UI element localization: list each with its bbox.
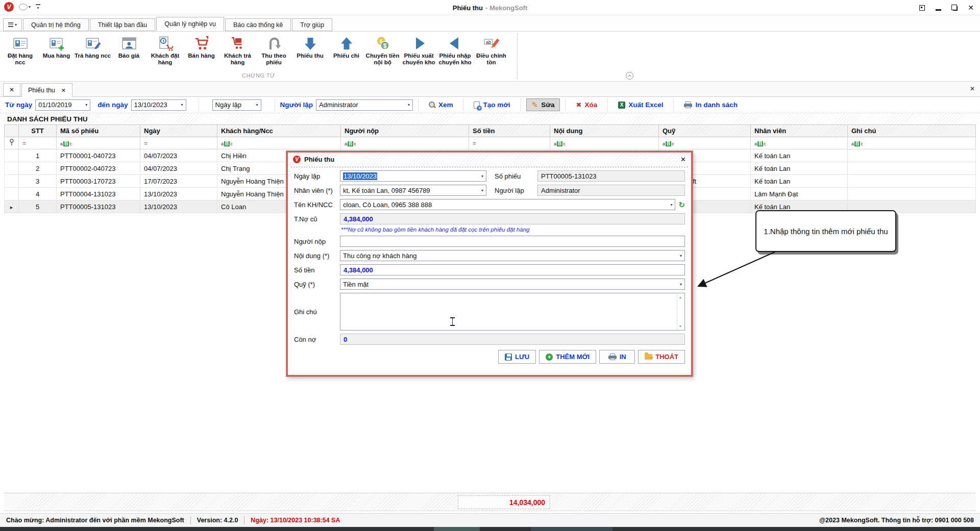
col-ghi-chu[interactable]: Ghi chú (848, 125, 976, 137)
add-new-button[interactable]: + THÊM MỚI (539, 350, 596, 364)
tabstrip-close-all-button[interactable]: ✕ (3, 83, 20, 96)
ghi-chu-label: Ghi chú (294, 308, 340, 316)
print-button-label: IN (620, 353, 626, 361)
tool-ban-hang[interactable]: Bán hàng (183, 34, 219, 59)
col-khach-hang[interactable]: Khách hàng/Ncc (217, 125, 341, 137)
excel-icon: X (618, 102, 625, 109)
exit-button[interactable]: → THOÁT (638, 350, 685, 364)
tool-khach-tra-hang[interactable]: Khách trả hàng (219, 34, 256, 66)
restore-button[interactable] (950, 4, 959, 12)
tool-bao-gia[interactable]: Báo giá (111, 34, 147, 59)
col-nguoi-nop[interactable]: Người nộp (341, 125, 469, 137)
scroll-down-icon: ▼ (679, 324, 682, 328)
edit-button[interactable]: ✎ Sửa (526, 98, 560, 111)
callout-text: 1.Nhập thông tin thêm mới phiếu thu (764, 227, 888, 236)
textarea-scrollbar[interactable]: ▲ ▼ (677, 294, 683, 329)
window-title-app: Phiếu thu (453, 4, 483, 12)
tool-mua-hang[interactable]: Mua hàng (38, 34, 75, 59)
tool-thu-theo-phieu[interactable]: Thu theo phiếu (256, 34, 292, 66)
tool-dieu-chinh-ton[interactable]: ab Điều chỉnh tồn (473, 34, 509, 66)
export-excel-button[interactable]: X Xuất Excel (613, 99, 668, 111)
tab-quan-ly-nghiep-vu[interactable]: Quản lý nghiệp vụ (156, 17, 224, 31)
filter-quy[interactable]: aBc (659, 137, 751, 149)
tab-tro-giup[interactable]: Trợ giúp (292, 18, 332, 31)
dialog-title-bar[interactable]: V Phiếu thu ✕ (288, 153, 691, 166)
col-noi-dung[interactable]: Nội dung (550, 125, 659, 137)
separator (673, 98, 674, 112)
creator-label: Người lập (280, 101, 313, 109)
tab-bao-cao-thong-ke[interactable]: Báo cáo thống kê (225, 18, 291, 31)
view-button[interactable]: Xem (424, 99, 458, 111)
taskbar-edge (0, 527, 980, 531)
from-date-combobox[interactable]: 01/10/2019 ▾ (35, 99, 90, 111)
nhan-vien-combobox[interactable]: kt, Kế toán Lan, 0987 456789 ▾ (340, 185, 486, 196)
tool-chuyen-tien-noi-bo[interactable]: €$ Chuyển tiền nội bộ (364, 34, 401, 66)
creator-combobox[interactable]: Administrator ▾ (316, 99, 413, 111)
tool-tra-hang-ncc[interactable]: Trả hàng ncc (75, 34, 111, 59)
tool-khach-dat-hang[interactable]: Khách đặt hàng (147, 34, 183, 66)
close-button[interactable]: ✕ (967, 4, 975, 12)
delete-button[interactable]: ✖ Xóa (571, 99, 602, 111)
date-type-combobox[interactable]: Ngày lập ▾ (212, 99, 261, 111)
filter-ngay[interactable]: = (140, 137, 217, 149)
filter-so-tien[interactable]: = (469, 137, 550, 149)
tool-phieu-nhap-chuyen-kho[interactable]: Phiếu nhập chuyển kho (437, 34, 473, 66)
save-button[interactable]: LƯU (498, 350, 536, 364)
separator (418, 98, 419, 112)
col-ngay[interactable]: Ngày (140, 125, 217, 137)
print-button[interactable]: IN (599, 350, 635, 364)
doc-tab-phieu-thu[interactable]: Phiếu thu ✕ (21, 83, 72, 97)
quy-combobox[interactable]: Tiền mặt ▾ (340, 279, 685, 290)
separator (565, 98, 566, 112)
filter-stt[interactable]: = (19, 137, 57, 149)
tool-dat-hang-ncc[interactable]: Đặt hàng ncc (2, 34, 38, 66)
ten-kh-combobox[interactable]: cloan, Cô Loan, 0965 388 888 ▾ (340, 199, 675, 210)
col-ma-so-phieu[interactable]: Mã số phiếu (57, 125, 140, 137)
nguoi-nop-input[interactable] (340, 236, 685, 247)
ngay-lap-combobox[interactable]: 13/10/2023 ▾ (340, 170, 486, 182)
filter-ghi-chu[interactable]: aBc (848, 137, 976, 149)
chevron-down-icon: ▾ (256, 103, 258, 107)
tabstrip-right-close-button[interactable]: ✕ (970, 85, 975, 92)
noi-dung-combobox[interactable]: Thu công nợ khách hàng ▾ (340, 250, 685, 261)
refresh-customer-button[interactable]: ↻ (678, 201, 685, 209)
col-quy[interactable]: Quỹ (659, 125, 751, 137)
col-stt[interactable]: STT (19, 125, 57, 137)
document-tabstrip: ✕ Phiếu thu ✕ ✕ (0, 82, 980, 97)
tool-phieu-chi[interactable]: Phiếu chi (328, 34, 364, 59)
print-list-button[interactable]: In danh sách (679, 99, 743, 111)
filter-noi-dung[interactable]: aBc (550, 137, 659, 149)
add-new-button-label: THÊM MỚI (556, 353, 590, 361)
col-nhan-vien[interactable]: Nhân viên (751, 125, 848, 137)
no-cu-field: 4,384,000 (340, 213, 685, 224)
so-tien-input[interactable]: 4,384,000 (340, 264, 685, 275)
curved-arrow-icon (265, 35, 283, 52)
doc-tab-close-icon[interactable]: ✕ (61, 87, 66, 94)
minimize-icon (936, 9, 941, 11)
tab-quan-tri-he-thong[interactable]: Quản trị hệ thống (23, 18, 89, 31)
row-indicator (5, 149, 19, 162)
dialog-close-button[interactable]: ✕ (680, 156, 686, 163)
ghi-chu-textarea[interactable]: ▲ ▼ (340, 293, 685, 331)
ribbon-collapse-button[interactable] (626, 72, 633, 80)
tab-thiet-lap-ban-dau[interactable]: Thiết lập ban đầu (90, 18, 156, 31)
filter-ma-so-phieu[interactable]: aBc (57, 137, 140, 149)
filter-khach-hang[interactable]: aBc (217, 137, 341, 149)
col-so-tien[interactable]: Số tiền (469, 125, 550, 137)
status-bar: Chào mừng: Administrator đến với phần mề… (0, 513, 980, 527)
minimize-button[interactable] (934, 4, 942, 12)
dialog-title: Phiếu thu (304, 156, 677, 163)
cell-stt: 5 (19, 200, 57, 213)
filter-nhan-vien[interactable]: aBc (751, 137, 848, 149)
fit-screen-button[interactable] (918, 4, 926, 12)
cell-ghi-chu (848, 149, 976, 162)
to-date-combobox[interactable]: 13/10/2023 ▾ (131, 99, 186, 111)
tool-phieu-xuat-chuyen-kho[interactable]: Phiếu xuất chuyển kho (401, 34, 437, 66)
menu-icon-tab[interactable]: ▾ (3, 18, 22, 31)
filter-nguoi-nop[interactable]: aBc (341, 137, 469, 149)
create-new-button[interactable]: + Tạo mới (469, 99, 515, 111)
tool-phieu-thu[interactable]: Phiếu thu (292, 34, 328, 59)
tool-label: Báo giá (118, 53, 140, 59)
so-phieu-field: PTT00005-131023 (537, 170, 685, 182)
new-document-icon: + (474, 102, 480, 109)
